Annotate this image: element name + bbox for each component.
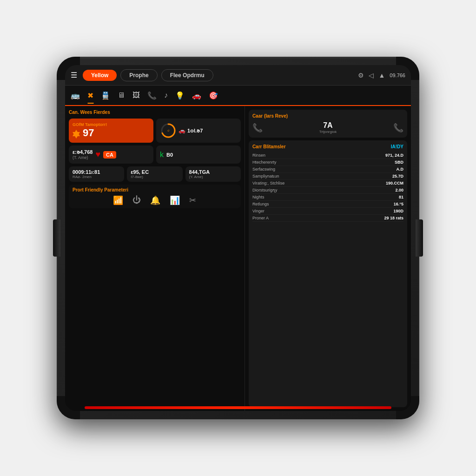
- mid-value-left: ε:ə4,768: [73, 149, 93, 155]
- friendly-section: Prort Friendly Parameteri 📶 ⏻ 🔔 📊 ✂: [69, 185, 241, 208]
- friendly-icons: 📶 ⏻ 🔔 📊 ✂: [73, 195, 237, 205]
- toolbar-car-icon[interactable]: 🚗: [192, 91, 201, 100]
- toolbar-train-icon[interactable]: 🚆: [101, 91, 110, 100]
- friendly-bell-icon[interactable]: 🔔: [150, 195, 160, 205]
- toolbar-light-icon[interactable]: 💡: [175, 91, 185, 100]
- data-key: Proner A: [252, 216, 269, 220]
- friendly-wifi-icon[interactable]: 📶: [113, 195, 123, 205]
- car-data-header: Carr Blitamsler IA!DY: [252, 144, 403, 149]
- phone-row: 📞 7A Trtjonrgiok 📞: [252, 121, 403, 134]
- bot-label-2: I7-8we): [131, 175, 178, 179]
- data-val: 29 18 rats: [384, 216, 403, 220]
- data-key: Vinger: [252, 209, 264, 213]
- toolbar-music-icon[interactable]: ♪: [164, 91, 168, 99]
- icon-toolbar: 🚌 ✖ 🚆 🖥 🖼 📞 ♪ 💡 🚗 🎯: [65, 86, 411, 106]
- top-nav: ☰ Yellow Prophe Flee Opdrmu ⚙ ◁ ▲ 09.766: [65, 65, 411, 86]
- data-val: 190D: [393, 209, 403, 213]
- bot-value-1: 0009:11ı:81: [73, 169, 120, 175]
- table-row: Diorstsurigɳy 2.00: [252, 187, 403, 194]
- tab-yellow[interactable]: Yellow: [83, 70, 117, 81]
- toolbar-phone-icon[interactable]: 📞: [147, 91, 157, 100]
- tab-prophe[interactable]: Prophe: [120, 69, 157, 81]
- tab-flee[interactable]: Flee Opdrmu: [161, 69, 213, 81]
- chart-icon: k: [160, 151, 164, 159]
- call-section-title: Caar (Iars Reve): [252, 113, 403, 119]
- call-number: 7A: [319, 121, 337, 130]
- gauge-metric-card: ⏱ 🚗 1ᴑl.ə7: [156, 119, 241, 143]
- data-val: 25.7D: [392, 174, 403, 178]
- toolbar-monitor-icon[interactable]: 🖥: [118, 91, 125, 99]
- data-key: Virating:, Stchlise: [252, 181, 284, 185]
- top-nav-right: ⚙ ◁ ▲ 09.766: [358, 72, 405, 79]
- car-data-title: Carr Blitamsler: [252, 144, 286, 149]
- table-row: Retlungs 16.°5: [252, 201, 403, 208]
- phone-right-icon[interactable]: 📞: [393, 123, 403, 133]
- friendly-title: Prort Friendly Parameteri: [73, 187, 237, 192]
- bot-card-2: ε95, EC I7-8we): [127, 166, 182, 182]
- mid-value-right: B0: [166, 152, 173, 158]
- main-metric-value: 97: [73, 127, 150, 139]
- data-val: 190.CCM: [386, 181, 403, 185]
- phone-left-icon[interactable]: 📞: [252, 123, 263, 133]
- data-key: Diorstsurigɳy: [252, 188, 278, 192]
- bot-card-3: 844,TGA (Y. Ame): [185, 166, 241, 182]
- left-section-title: Can. Wees Fierdes: [69, 110, 241, 115]
- gauge-wrap: ⏱ 🚗 1ᴑl.ə7: [160, 122, 237, 139]
- svg-text:⏱: ⏱: [167, 129, 169, 132]
- toolbar-image-icon[interactable]: 🖼: [132, 91, 140, 99]
- data-val: A.D: [396, 167, 403, 172]
- table-row: Virating:, Stchlise 190.CCM: [252, 180, 403, 187]
- bot-value-2: ε95, EC: [131, 169, 178, 175]
- ca-badge: CA: [103, 151, 116, 159]
- share-icon[interactable]: ◁: [369, 72, 374, 79]
- call-label: Trtjonrgiok: [319, 130, 337, 134]
- speed-gauge-svg: ⏱: [160, 122, 177, 139]
- grip-right: [416, 219, 423, 257]
- heart-icon: ♥: [95, 150, 100, 159]
- toolbar-wifi-off-icon[interactable]: ✖: [87, 91, 93, 100]
- car-data-section: Carr Blitamsler IA!DY Rinsen 971, 24.D H…: [249, 140, 407, 407]
- table-row: Sampliynatɩun 25.7D: [252, 173, 403, 180]
- data-val: 971, 24.D: [385, 153, 403, 158]
- bot-card-1: 0009:11ı:81 RA⌀- 2men: [69, 166, 124, 182]
- toolbar-target-icon[interactable]: 🎯: [209, 91, 218, 100]
- menu-icon[interactable]: ☰: [71, 71, 77, 79]
- friendly-chart-icon[interactable]: 📊: [170, 195, 180, 205]
- friendly-power-icon[interactable]: ⏻: [132, 195, 141, 205]
- data-val: SBD: [395, 160, 403, 165]
- table-row: Rinsen 971, 24.D: [252, 152, 403, 159]
- toolbar-bus-icon[interactable]: 🚌: [71, 91, 80, 100]
- data-key: Nights: [252, 195, 264, 199]
- car-data-badge: IA!DY: [391, 144, 403, 149]
- table-row: Proner A 29 18 rats: [252, 215, 403, 222]
- call-section: Caar (Iars Reve) 📞 7A Trtjonrgiok 📞: [249, 110, 407, 138]
- signal-value: 09.766: [390, 73, 405, 78]
- settings-icon[interactable]: ⚙: [358, 72, 364, 79]
- table-row: Serfacswing A.D: [252, 166, 403, 173]
- signal-icon: ▲: [378, 72, 385, 79]
- data-key: Retlungs: [252, 202, 269, 206]
- friendly-scissors-icon[interactable]: ✂: [189, 195, 196, 205]
- screen: ☰ Yellow Prophe Flee Opdrmu ⚙ ◁ ▲ 09.766…: [65, 65, 411, 411]
- bot-label-1: RA⌀- 2men: [73, 175, 120, 179]
- main-metric-card: GOfM Tamoptorr! 97: [69, 119, 153, 143]
- mid-card-right: k B0: [156, 145, 241, 164]
- mid-label-left: (T. Ame): [73, 155, 93, 160]
- data-val: 2.00: [395, 188, 403, 192]
- data-table: Rinsen 971, 24.D Htecherenrty SBD Serfac…: [252, 152, 403, 222]
- data-key: Htecherenrty: [252, 160, 277, 165]
- bot-label-3: (Y. Ame): [189, 175, 237, 179]
- bot-value-3: 844,TGA: [189, 169, 237, 175]
- data-key: Sampliynatɩun: [252, 174, 279, 178]
- metric-row-bot: 0009:11ı:81 RA⌀- 2men ε95, EC I7-8we) 84…: [69, 166, 241, 182]
- data-key: Rinsen: [252, 153, 265, 158]
- data-key: Serfacswing: [252, 167, 275, 172]
- data-val: 16.°5: [394, 202, 403, 206]
- right-panel: Caar (Iars Reve) 📞 7A Trtjonrgiok 📞 Carr…: [245, 106, 411, 411]
- table-row: Vinger 190D: [252, 208, 403, 215]
- main-content: Can. Wees Fierdes GOfM Tamoptorr! 97: [65, 106, 411, 411]
- left-panel: Can. Wees Fierdes GOfM Tamoptorr! 97: [65, 106, 245, 411]
- metric-row-top: GOfM Tamoptorr! 97 ⏱: [69, 119, 241, 143]
- diamond-icon: [73, 130, 80, 136]
- gauge-value: 1ᴑl.ə7: [187, 128, 203, 134]
